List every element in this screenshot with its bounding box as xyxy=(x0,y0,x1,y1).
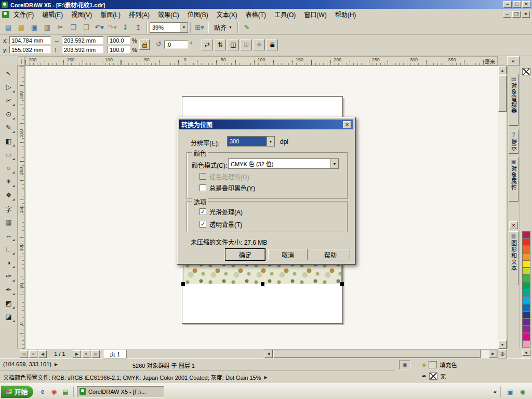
resolution-combo[interactable]: 300 ▼ xyxy=(227,136,275,147)
docker-tab-object-manager[interactable]: ▤ 对象管理器 xyxy=(509,74,518,126)
basic-shapes-tool[interactable]: ❖ xyxy=(2,188,16,202)
open-button[interactable]: ▦ xyxy=(15,21,28,33)
outline-pen-tool[interactable]: ✒ xyxy=(2,283,16,296)
dimension-tool[interactable]: ↔ xyxy=(2,229,16,242)
color-eyedropper-tool[interactable]: ✑ xyxy=(2,269,16,283)
fill-tool[interactable]: ◩ xyxy=(2,296,16,310)
next-page-button[interactable]: ▶ xyxy=(73,350,81,358)
menu-item[interactable]: 文本(X) xyxy=(212,9,242,20)
palette-swatch[interactable] xyxy=(522,246,530,253)
copy-button[interactable]: ❐ xyxy=(67,21,79,33)
palette-swatch[interactable] xyxy=(522,268,530,275)
scroll-down-button[interactable]: ▼ xyxy=(498,340,507,349)
horizontal-scrollbar[interactable]: ◀ ▶ xyxy=(264,349,498,358)
mirror-vertical-button[interactable]: ⇅ xyxy=(215,39,226,50)
menu-item[interactable]: 排列(A) xyxy=(125,9,154,20)
outline-color-swatch[interactable] xyxy=(429,373,437,380)
transparent-background-checkbox[interactable]: ✓ xyxy=(200,221,206,228)
palette-swatch[interactable] xyxy=(522,231,530,238)
menu-item[interactable]: 帮助(H) xyxy=(331,9,361,20)
table-tool[interactable]: ▦ xyxy=(2,215,16,229)
connector-tool[interactable]: ∟ xyxy=(2,242,16,256)
color-mode-dropdown-arrow-icon[interactable]: ▼ xyxy=(330,159,338,168)
ellipse-tool[interactable]: ○ xyxy=(2,161,16,175)
undo-button[interactable]: ↶▾ xyxy=(93,21,105,33)
palette-swatch[interactable] xyxy=(522,260,530,268)
scroll-up-button[interactable]: ▲ xyxy=(498,66,507,74)
help-button[interactable]: 帮助 xyxy=(311,249,350,260)
menu-item[interactable]: 视图(V) xyxy=(67,9,96,20)
export-button[interactable]: ↥ xyxy=(132,21,144,33)
first-page-button[interactable]: « xyxy=(29,350,37,358)
menu-item[interactable]: 窗口(W) xyxy=(300,9,330,20)
ungroup-all-button[interactable]: ⊞ xyxy=(241,39,252,50)
menu-item[interactable]: 工具(O) xyxy=(270,9,300,20)
vertical-ruler[interactable]: 300250200150100500 xyxy=(18,65,25,349)
page-tab[interactable]: 页 1 xyxy=(103,350,127,358)
zoom-level-combo[interactable]: 39% ▼ xyxy=(150,22,188,33)
profile-expand-icon[interactable]: ▶ xyxy=(264,375,267,380)
rotation-angle-field[interactable]: .0 xyxy=(164,41,188,49)
fill-color-swatch[interactable] xyxy=(429,361,437,368)
palette-swatch[interactable] xyxy=(522,289,530,297)
menu-item[interactable]: 版面(L) xyxy=(96,9,125,20)
scale-h-field[interactable]: 100.0 xyxy=(108,36,130,44)
color-mode-combo[interactable]: CMYK 色 (32 位) ▼ xyxy=(228,158,339,169)
palette-swatch[interactable] xyxy=(522,326,530,333)
zoom-dropdown-arrow-icon[interactable]: ▼ xyxy=(180,23,188,32)
save-button[interactable]: ▣ xyxy=(28,21,41,33)
horizontal-ruler[interactable]: 20015010050050100150200250300350400 毫米 xyxy=(25,56,498,65)
palette-swatch[interactable] xyxy=(522,297,530,304)
to-curves-button[interactable]: ❖ xyxy=(254,39,265,50)
taskbar-window-button[interactable]: CorelDRAW X5 - [F:\... xyxy=(77,386,164,397)
vertical-scroll-thumb[interactable] xyxy=(498,75,507,112)
blend-tool[interactable]: ◑ xyxy=(2,256,16,269)
docker-tab-hints[interactable]: ? 提示 xyxy=(509,130,518,154)
scroll-right-button[interactable]: ▶ xyxy=(489,350,497,358)
text-tool[interactable]: 字 xyxy=(2,202,16,215)
palette-swatch[interactable] xyxy=(522,304,530,311)
menu-item[interactable]: 文件(F) xyxy=(9,9,38,20)
palette-swatch[interactable] xyxy=(522,311,530,318)
window-titlebar[interactable]: CorelDRAW X5 - [F:\素材\花纹1.cdr] – □ ✕ xyxy=(0,0,532,9)
docker-collapse-button[interactable]: « xyxy=(507,56,520,65)
object-width-field[interactable]: 203.592 mm xyxy=(62,36,103,44)
dialog-titlebar[interactable]: 转换为位图 ✕ xyxy=(179,119,353,129)
dialog-close-button[interactable]: ✕ xyxy=(343,121,351,128)
transparent-background-label[interactable]: 透明背景(T) xyxy=(209,220,242,229)
docker-close-button[interactable]: ✕ xyxy=(509,221,518,229)
ok-button[interactable]: 确定 xyxy=(225,249,265,260)
ruler-origin[interactable]: ┼ xyxy=(18,56,25,65)
close-button[interactable]: ✕ xyxy=(522,1,530,8)
palette-swatch[interactable] xyxy=(522,238,530,246)
navigator-button[interactable]: ⊕ xyxy=(498,349,507,358)
resolution-dropdown-arrow-icon[interactable]: ▼ xyxy=(267,137,274,146)
minimize-button[interactable]: – xyxy=(503,1,512,8)
wrap-text-button[interactable]: ≣ xyxy=(267,39,278,50)
print-button[interactable]: ▥ xyxy=(41,21,54,33)
snap-to-button[interactable]: 贴齐 ▼ xyxy=(211,22,235,33)
cancel-button[interactable]: 取消 xyxy=(268,249,308,260)
palette-scroll-down-button[interactable]: ▼ xyxy=(522,350,530,356)
ungroup-button[interactable]: ◫ xyxy=(228,39,239,50)
add-page-button-2[interactable]: ⊞ xyxy=(91,350,100,358)
menu-item[interactable]: 编辑(E) xyxy=(38,9,67,20)
previous-page-button[interactable]: ◀ xyxy=(38,350,47,358)
selection-handle[interactable] xyxy=(340,282,344,286)
palette-swatch[interactable] xyxy=(522,275,530,282)
menu-item[interactable]: 位图(B) xyxy=(183,9,212,20)
menu-item[interactable]: 效果(C) xyxy=(154,9,183,20)
palette-swatch[interactable] xyxy=(522,282,530,289)
mirror-horizontal-button[interactable]: ⇄ xyxy=(202,39,213,50)
no-color-swatch[interactable] xyxy=(522,68,530,75)
selection-handle[interactable] xyxy=(181,282,185,286)
tray-volume-icon[interactable]: ◉ xyxy=(517,387,528,397)
rectangle-tool[interactable]: ▭ xyxy=(2,148,16,161)
status-expand-icon[interactable]: ▶ xyxy=(55,362,58,367)
palette-swatch[interactable] xyxy=(522,253,530,260)
polygon-tool[interactable]: ✶ xyxy=(2,175,16,188)
quicklaunch-browser-icon[interactable]: e xyxy=(37,387,48,397)
quicklaunch-desktop-icon[interactable]: ▤ xyxy=(60,387,71,397)
cut-button[interactable]: ✂ xyxy=(54,21,66,33)
last-page-button[interactable]: » xyxy=(82,350,90,358)
